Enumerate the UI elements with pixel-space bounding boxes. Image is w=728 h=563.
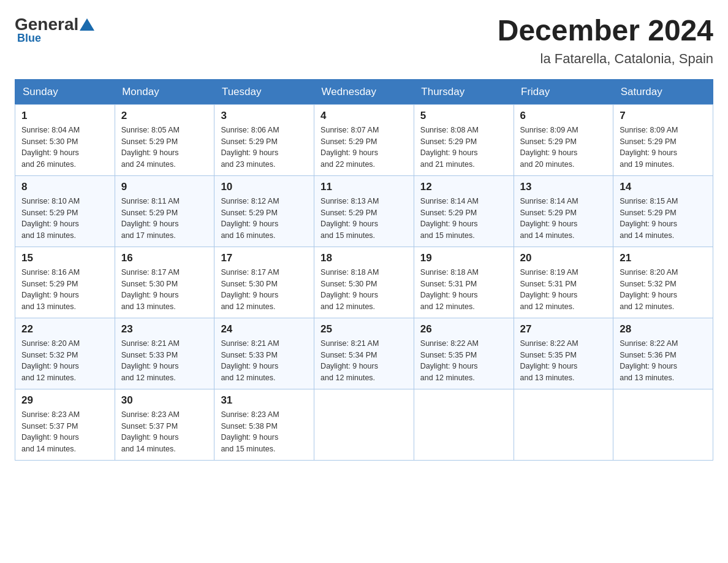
day-info: Sunrise: 8:18 AMSunset: 5:31 PMDaylight:… <box>420 267 507 313</box>
day-info: Sunrise: 8:16 AMSunset: 5:29 PMDaylight:… <box>21 267 108 313</box>
logo-triangle-icon <box>80 18 94 31</box>
calendar-cell: 28Sunrise: 8:22 AMSunset: 5:36 PMDayligh… <box>613 318 713 389</box>
calendar-cell: 2Sunrise: 8:05 AMSunset: 5:29 PMDaylight… <box>115 104 214 175</box>
calendar-cell <box>514 389 613 460</box>
calendar-cell: 12Sunrise: 8:14 AMSunset: 5:29 PMDayligh… <box>414 175 514 247</box>
calendar-cell: 25Sunrise: 8:21 AMSunset: 5:34 PMDayligh… <box>314 318 414 389</box>
week-row-1: 1Sunrise: 8:04 AMSunset: 5:30 PMDaylight… <box>15 104 713 175</box>
day-number: 9 <box>121 181 208 193</box>
day-info: Sunrise: 8:17 AMSunset: 5:30 PMDaylight:… <box>221 267 308 313</box>
day-number: 19 <box>420 252 507 264</box>
day-info: Sunrise: 8:11 AMSunset: 5:29 PMDaylight:… <box>121 196 208 242</box>
calendar-cell: 8Sunrise: 8:10 AMSunset: 5:29 PMDaylight… <box>15 175 115 247</box>
header-friday: Friday <box>514 79 613 104</box>
calendar-cell: 29Sunrise: 8:23 AMSunset: 5:37 PMDayligh… <box>15 389 115 460</box>
day-number: 13 <box>520 181 607 193</box>
day-info: Sunrise: 8:17 AMSunset: 5:30 PMDaylight:… <box>121 267 208 313</box>
week-row-3: 15Sunrise: 8:16 AMSunset: 5:29 PMDayligh… <box>15 247 713 318</box>
day-info: Sunrise: 8:18 AMSunset: 5:30 PMDaylight:… <box>320 267 408 313</box>
day-info: Sunrise: 8:12 AMSunset: 5:29 PMDaylight:… <box>221 196 308 242</box>
calendar-cell: 18Sunrise: 8:18 AMSunset: 5:30 PMDayligh… <box>314 247 414 318</box>
calendar-cell: 14Sunrise: 8:15 AMSunset: 5:29 PMDayligh… <box>613 175 713 247</box>
day-info: Sunrise: 8:06 AMSunset: 5:29 PMDaylight:… <box>221 124 308 170</box>
day-number: 11 <box>320 181 408 193</box>
header-saturday: Saturday <box>613 79 713 104</box>
day-info: Sunrise: 8:21 AMSunset: 5:34 PMDaylight:… <box>320 338 408 384</box>
calendar-cell: 16Sunrise: 8:17 AMSunset: 5:30 PMDayligh… <box>115 247 214 318</box>
day-info: Sunrise: 8:19 AMSunset: 5:31 PMDaylight:… <box>520 267 607 313</box>
calendar-cell: 20Sunrise: 8:19 AMSunset: 5:31 PMDayligh… <box>514 247 613 318</box>
day-info: Sunrise: 8:22 AMSunset: 5:36 PMDaylight:… <box>620 338 707 384</box>
calendar-cell: 27Sunrise: 8:22 AMSunset: 5:35 PMDayligh… <box>514 318 613 389</box>
calendar-cell: 5Sunrise: 8:08 AMSunset: 5:29 PMDaylight… <box>414 104 514 175</box>
week-row-4: 22Sunrise: 8:20 AMSunset: 5:32 PMDayligh… <box>15 318 713 389</box>
calendar-cell: 9Sunrise: 8:11 AMSunset: 5:29 PMDaylight… <box>115 175 214 247</box>
header-monday: Monday <box>115 79 214 104</box>
day-number: 23 <box>121 323 208 335</box>
calendar-cell: 24Sunrise: 8:21 AMSunset: 5:33 PMDayligh… <box>214 318 314 389</box>
day-info: Sunrise: 8:20 AMSunset: 5:32 PMDaylight:… <box>620 267 707 313</box>
day-info: Sunrise: 8:05 AMSunset: 5:29 PMDaylight:… <box>121 124 208 170</box>
calendar-cell: 15Sunrise: 8:16 AMSunset: 5:29 PMDayligh… <box>15 247 115 318</box>
day-info: Sunrise: 8:10 AMSunset: 5:29 PMDaylight:… <box>21 196 108 242</box>
day-info: Sunrise: 8:21 AMSunset: 5:33 PMDaylight:… <box>221 338 308 384</box>
day-info: Sunrise: 8:22 AMSunset: 5:35 PMDaylight:… <box>520 338 607 384</box>
day-number: 18 <box>320 252 408 264</box>
day-info: Sunrise: 8:15 AMSunset: 5:29 PMDaylight:… <box>620 196 707 242</box>
day-info: Sunrise: 8:07 AMSunset: 5:29 PMDaylight:… <box>320 124 408 170</box>
logo: General Blue <box>15 15 96 45</box>
day-info: Sunrise: 8:04 AMSunset: 5:30 PMDaylight:… <box>21 124 108 170</box>
day-number: 4 <box>320 110 408 122</box>
calendar-cell: 4Sunrise: 8:07 AMSunset: 5:29 PMDaylight… <box>314 104 414 175</box>
day-info: Sunrise: 8:23 AMSunset: 5:37 PMDaylight:… <box>21 409 108 455</box>
day-number: 3 <box>221 110 308 122</box>
day-number: 2 <box>121 110 208 122</box>
header-wednesday: Wednesday <box>314 79 414 104</box>
day-info: Sunrise: 8:14 AMSunset: 5:29 PMDaylight:… <box>420 196 507 242</box>
calendar-cell: 31Sunrise: 8:23 AMSunset: 5:38 PMDayligh… <box>214 389 314 460</box>
calendar-cell: 30Sunrise: 8:23 AMSunset: 5:37 PMDayligh… <box>115 389 214 460</box>
week-row-2: 8Sunrise: 8:10 AMSunset: 5:29 PMDaylight… <box>15 175 713 247</box>
header-thursday: Thursday <box>414 79 514 104</box>
calendar-cell: 11Sunrise: 8:13 AMSunset: 5:29 PMDayligh… <box>314 175 414 247</box>
calendar-cell <box>314 389 414 460</box>
day-number: 5 <box>420 110 507 122</box>
calendar-cell: 10Sunrise: 8:12 AMSunset: 5:29 PMDayligh… <box>214 175 314 247</box>
day-info: Sunrise: 8:22 AMSunset: 5:35 PMDaylight:… <box>420 338 507 384</box>
day-number: 28 <box>620 323 707 335</box>
title-section: December 2024 la Fatarella, Catalonia, S… <box>498 15 713 67</box>
day-info: Sunrise: 8:13 AMSunset: 5:29 PMDaylight:… <box>320 196 408 242</box>
day-info: Sunrise: 8:20 AMSunset: 5:32 PMDaylight:… <box>21 338 108 384</box>
day-number: 17 <box>221 252 308 264</box>
day-number: 7 <box>620 110 707 122</box>
calendar-table: SundayMondayTuesdayWednesdayThursdayFrid… <box>15 79 713 461</box>
day-info: Sunrise: 8:14 AMSunset: 5:29 PMDaylight:… <box>520 196 607 242</box>
location: la Fatarella, Catalonia, Spain <box>498 51 713 67</box>
calendar-cell: 3Sunrise: 8:06 AMSunset: 5:29 PMDaylight… <box>214 104 314 175</box>
day-number: 8 <box>21 181 108 193</box>
day-number: 12 <box>420 181 507 193</box>
day-info: Sunrise: 8:09 AMSunset: 5:29 PMDaylight:… <box>620 124 707 170</box>
day-number: 21 <box>620 252 707 264</box>
day-number: 30 <box>121 394 208 407</box>
day-number: 16 <box>121 252 208 264</box>
day-info: Sunrise: 8:09 AMSunset: 5:29 PMDaylight:… <box>520 124 607 170</box>
day-number: 14 <box>620 181 707 193</box>
month-title: December 2024 <box>498 15 713 47</box>
day-number: 6 <box>520 110 607 122</box>
calendar-cell: 1Sunrise: 8:04 AMSunset: 5:30 PMDaylight… <box>15 104 115 175</box>
day-number: 22 <box>21 323 108 335</box>
day-number: 26 <box>420 323 507 335</box>
calendar-cell <box>414 389 514 460</box>
day-number: 29 <box>21 394 108 407</box>
day-number: 27 <box>520 323 607 335</box>
calendar-cell: 13Sunrise: 8:14 AMSunset: 5:29 PMDayligh… <box>514 175 613 247</box>
day-number: 31 <box>221 394 308 407</box>
week-row-5: 29Sunrise: 8:23 AMSunset: 5:37 PMDayligh… <box>15 389 713 460</box>
day-number: 25 <box>320 323 408 335</box>
calendar-cell: 7Sunrise: 8:09 AMSunset: 5:29 PMDaylight… <box>613 104 713 175</box>
calendar-cell: 26Sunrise: 8:22 AMSunset: 5:35 PMDayligh… <box>414 318 514 389</box>
day-number: 24 <box>221 323 308 335</box>
day-info: Sunrise: 8:23 AMSunset: 5:38 PMDaylight:… <box>221 409 308 455</box>
logo-blue: Blue <box>15 32 96 45</box>
